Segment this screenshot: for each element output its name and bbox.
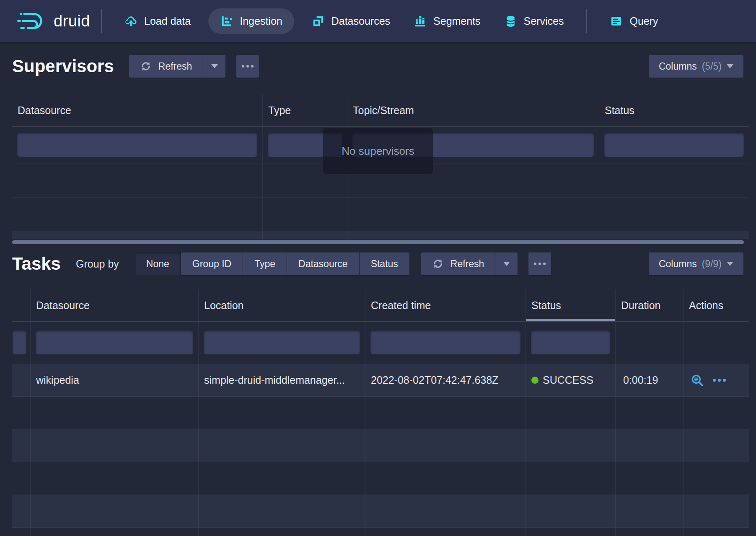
- columns-label: Columns: [659, 61, 697, 72]
- supervisors-toolbar: Supervisors Refresh: [12, 55, 743, 78]
- datasource-filter-input[interactable]: [17, 133, 257, 157]
- task-actions-cell: [684, 364, 749, 396]
- column-header-topic-stream[interactable]: Topic/Stream: [347, 94, 599, 126]
- layered-squares-icon: [312, 15, 325, 28]
- column-header-hidden[interactable]: [12, 289, 31, 321]
- task-actions-menu-icon[interactable]: [713, 379, 726, 382]
- druid-logo[interactable]: druid: [17, 10, 90, 31]
- chevron-down-icon: [727, 64, 733, 68]
- table-row: [12, 429, 749, 462]
- nav-label: Load data: [144, 15, 191, 27]
- column-header-datasource[interactable]: Datasource: [31, 289, 199, 321]
- tasks-table: Datasource Location Created time Status …: [12, 289, 749, 536]
- table-row: [12, 231, 749, 239]
- column-header-actions[interactable]: Actions: [684, 289, 749, 321]
- type-filter-input[interactable]: [268, 133, 342, 157]
- supervisors-refresh-button[interactable]: Refresh: [129, 55, 203, 78]
- column-header-status[interactable]: Status: [599, 94, 749, 126]
- druid-logo-icon: [17, 10, 49, 31]
- refresh-icon: [432, 258, 444, 270]
- table-row: [12, 198, 749, 231]
- tasks-header-row: Datasource Location Created time Status …: [12, 289, 749, 322]
- status-filter-input[interactable]: [604, 133, 744, 157]
- tasks-refresh-button[interactable]: Refresh: [421, 252, 495, 275]
- tasks-columns-button[interactable]: Columns (9/9): [649, 252, 743, 275]
- task-location-cell: simple-druid-middlemanager...: [199, 364, 365, 396]
- group-by-status-button[interactable]: Status: [360, 252, 409, 275]
- top-navbar: druid Load data Ingestion: [0, 0, 756, 42]
- group-by-datasource-button[interactable]: Datasource: [287, 252, 360, 275]
- tasks-filter-row: [12, 322, 749, 364]
- columns-label: Columns: [659, 258, 697, 270]
- nav-divider: [101, 9, 102, 33]
- ingestion-gantt-icon: [220, 15, 233, 28]
- stacked-bars-icon: [414, 15, 427, 28]
- nav-item-segments[interactable]: Segments: [414, 15, 481, 28]
- task-duration-cell: 0:00:19: [616, 364, 684, 396]
- status-badge: SUCCESS: [543, 374, 593, 386]
- more-icon: [534, 263, 536, 265]
- supervisors-refresh-group: Refresh: [129, 55, 226, 78]
- nav-label: Query: [629, 15, 658, 27]
- cloud-upload-icon: [124, 15, 137, 28]
- chevron-down-icon: [211, 64, 218, 68]
- topic-stream-filter-input[interactable]: [352, 133, 594, 157]
- location-filter-input[interactable]: [204, 330, 360, 354]
- column-header-type[interactable]: Type: [263, 94, 347, 126]
- tasks-toolbar: Tasks Group by None Group ID Type Dataso…: [12, 252, 743, 275]
- success-status-dot: [531, 377, 539, 384]
- more-icon: [242, 65, 244, 68]
- druid-console: druid Load data Ingestion: [0, 0, 756, 536]
- table-row: [12, 462, 749, 495]
- datasource-filter-input[interactable]: [36, 330, 193, 354]
- tasks-refresh-interval-button[interactable]: [495, 252, 518, 275]
- brand-name: druid: [54, 12, 90, 30]
- task-created-time-cell: 2022-08-02T07:42:47.638Z: [365, 364, 526, 396]
- tasks-more-button[interactable]: [528, 252, 551, 275]
- nav-item-datasources[interactable]: Datasources: [312, 15, 390, 28]
- task-row-wikipedia: wikipedia simple-druid-middlemanager... …: [12, 364, 749, 397]
- refresh-icon: [140, 60, 152, 72]
- created-time-filter-input[interactable]: [370, 330, 520, 354]
- group-by-label: Group by: [76, 258, 119, 270]
- table-row: [12, 528, 749, 536]
- column-header-created-time[interactable]: Created time: [365, 289, 526, 321]
- refresh-label: Refresh: [158, 61, 192, 72]
- column-header-location[interactable]: Location: [199, 289, 365, 321]
- nav-label: Ingestion: [240, 15, 282, 27]
- nav-label: Services: [524, 15, 564, 27]
- nav-label: Segments: [433, 15, 481, 27]
- supervisors-refresh-interval-button[interactable]: [203, 55, 225, 78]
- nav-item-services[interactable]: Services: [504, 15, 564, 28]
- column-header-duration[interactable]: Duration: [616, 289, 684, 321]
- nav-divider: [586, 9, 587, 33]
- group-by-segmented: None Group ID Type Datasource Status: [135, 252, 409, 275]
- hidden-column-filter-input[interactable]: [13, 330, 26, 354]
- task-datasource-cell: wikipedia: [31, 364, 199, 396]
- table-row: [12, 164, 749, 198]
- supervisors-columns-button[interactable]: Columns (5/5): [649, 55, 743, 78]
- group-by-none-button[interactable]: None: [135, 252, 181, 275]
- supervisors-table: Datasource Type Topic/Stream Status No s…: [12, 94, 749, 239]
- column-header-status-sorted[interactable]: Status: [526, 289, 616, 321]
- supervisors-horizontal-scrollbar[interactable]: [12, 240, 744, 244]
- nav-item-query[interactable]: Query: [610, 15, 658, 28]
- supervisors-header-row: Datasource Type Topic/Stream Status: [12, 94, 749, 127]
- tasks-refresh-group: Refresh: [421, 252, 518, 275]
- group-by-group-id-button[interactable]: Group ID: [181, 252, 243, 275]
- inspect-magnifier-icon[interactable]: [690, 373, 704, 388]
- columns-count: (9/9): [702, 258, 722, 270]
- columns-count: (5/5): [702, 61, 722, 72]
- supervisors-more-button[interactable]: [236, 55, 259, 78]
- status-filter-input[interactable]: [531, 330, 610, 354]
- column-header-datasource[interactable]: Datasource: [12, 94, 263, 126]
- task-status-cell: SUCCESS: [526, 364, 616, 396]
- nav-item-ingestion-active[interactable]: Ingestion: [208, 8, 294, 34]
- chevron-down-icon: [503, 262, 510, 266]
- refresh-label: Refresh: [450, 258, 484, 270]
- nav-item-load-data[interactable]: Load data: [124, 15, 191, 28]
- group-by-type-button[interactable]: Type: [243, 252, 287, 275]
- nav-label: Datasources: [331, 15, 390, 27]
- chevron-down-icon: [727, 262, 733, 266]
- table-row: [12, 397, 749, 429]
